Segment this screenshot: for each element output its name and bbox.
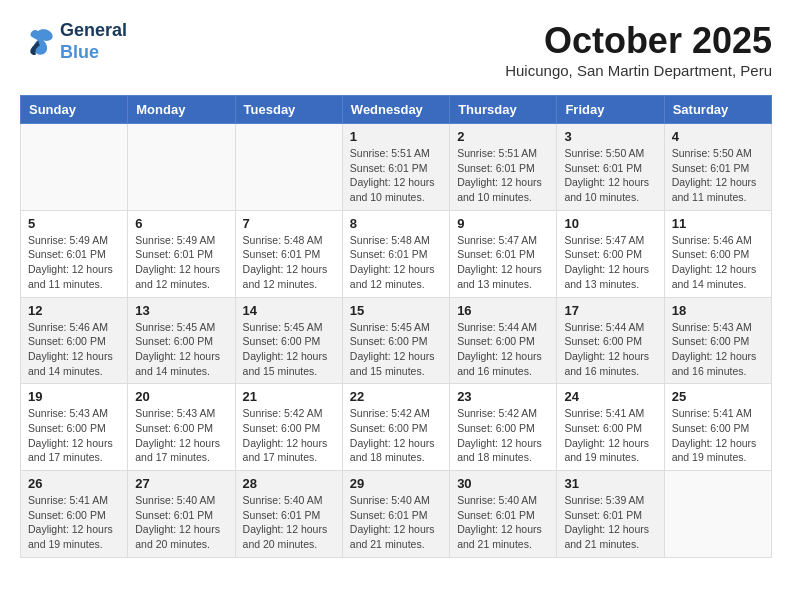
calendar-day-cell: 5Sunrise: 5:49 AM Sunset: 6:01 PM Daylig… (21, 210, 128, 297)
day-number: 27 (135, 476, 227, 491)
calendar-day-cell: 26Sunrise: 5:41 AM Sunset: 6:00 PM Dayli… (21, 471, 128, 558)
day-number: 30 (457, 476, 549, 491)
day-detail: Sunrise: 5:39 AM Sunset: 6:01 PM Dayligh… (564, 493, 656, 552)
calendar-day-cell: 25Sunrise: 5:41 AM Sunset: 6:00 PM Dayli… (664, 384, 771, 471)
calendar-day-cell: 21Sunrise: 5:42 AM Sunset: 6:00 PM Dayli… (235, 384, 342, 471)
day-number: 15 (350, 303, 442, 318)
day-detail: Sunrise: 5:41 AM Sunset: 6:00 PM Dayligh… (28, 493, 120, 552)
day-number: 25 (672, 389, 764, 404)
day-number: 19 (28, 389, 120, 404)
day-header-friday: Friday (557, 96, 664, 124)
calendar-day-cell: 9Sunrise: 5:47 AM Sunset: 6:01 PM Daylig… (450, 210, 557, 297)
logo-icon (20, 24, 56, 60)
day-detail: Sunrise: 5:50 AM Sunset: 6:01 PM Dayligh… (564, 146, 656, 205)
calendar-day-cell: 8Sunrise: 5:48 AM Sunset: 6:01 PM Daylig… (342, 210, 449, 297)
day-detail: Sunrise: 5:45 AM Sunset: 6:00 PM Dayligh… (350, 320, 442, 379)
day-detail: Sunrise: 5:41 AM Sunset: 6:00 PM Dayligh… (564, 406, 656, 465)
calendar-day-cell: 19Sunrise: 5:43 AM Sunset: 6:00 PM Dayli… (21, 384, 128, 471)
calendar-day-cell: 20Sunrise: 5:43 AM Sunset: 6:00 PM Dayli… (128, 384, 235, 471)
day-header-wednesday: Wednesday (342, 96, 449, 124)
day-number: 29 (350, 476, 442, 491)
day-header-sunday: Sunday (21, 96, 128, 124)
day-detail: Sunrise: 5:46 AM Sunset: 6:00 PM Dayligh… (672, 233, 764, 292)
day-number: 26 (28, 476, 120, 491)
calendar-week-row: 12Sunrise: 5:46 AM Sunset: 6:00 PM Dayli… (21, 297, 772, 384)
calendar-day-cell (128, 124, 235, 211)
calendar-day-cell: 27Sunrise: 5:40 AM Sunset: 6:01 PM Dayli… (128, 471, 235, 558)
day-header-tuesday: Tuesday (235, 96, 342, 124)
calendar-day-cell: 30Sunrise: 5:40 AM Sunset: 6:01 PM Dayli… (450, 471, 557, 558)
day-number: 23 (457, 389, 549, 404)
day-number: 5 (28, 216, 120, 231)
calendar-week-row: 5Sunrise: 5:49 AM Sunset: 6:01 PM Daylig… (21, 210, 772, 297)
day-detail: Sunrise: 5:42 AM Sunset: 6:00 PM Dayligh… (350, 406, 442, 465)
day-number: 2 (457, 129, 549, 144)
title-block: October 2025 Huicungo, San Martin Depart… (505, 20, 772, 79)
calendar-day-cell: 11Sunrise: 5:46 AM Sunset: 6:00 PM Dayli… (664, 210, 771, 297)
day-number: 4 (672, 129, 764, 144)
calendar-week-row: 1Sunrise: 5:51 AM Sunset: 6:01 PM Daylig… (21, 124, 772, 211)
day-detail: Sunrise: 5:50 AM Sunset: 6:01 PM Dayligh… (672, 146, 764, 205)
calendar-day-cell: 16Sunrise: 5:44 AM Sunset: 6:00 PM Dayli… (450, 297, 557, 384)
month-title: October 2025 (505, 20, 772, 62)
day-header-monday: Monday (128, 96, 235, 124)
calendar-day-cell (235, 124, 342, 211)
calendar-day-cell: 4Sunrise: 5:50 AM Sunset: 6:01 PM Daylig… (664, 124, 771, 211)
day-detail: Sunrise: 5:44 AM Sunset: 6:00 PM Dayligh… (457, 320, 549, 379)
day-detail: Sunrise: 5:48 AM Sunset: 6:01 PM Dayligh… (350, 233, 442, 292)
day-detail: Sunrise: 5:48 AM Sunset: 6:01 PM Dayligh… (243, 233, 335, 292)
day-detail: Sunrise: 5:42 AM Sunset: 6:00 PM Dayligh… (243, 406, 335, 465)
calendar-day-cell: 7Sunrise: 5:48 AM Sunset: 6:01 PM Daylig… (235, 210, 342, 297)
calendar-day-cell: 1Sunrise: 5:51 AM Sunset: 6:01 PM Daylig… (342, 124, 449, 211)
calendar-day-cell: 17Sunrise: 5:44 AM Sunset: 6:00 PM Dayli… (557, 297, 664, 384)
day-detail: Sunrise: 5:47 AM Sunset: 6:01 PM Dayligh… (457, 233, 549, 292)
calendar-day-cell: 14Sunrise: 5:45 AM Sunset: 6:00 PM Dayli… (235, 297, 342, 384)
day-detail: Sunrise: 5:46 AM Sunset: 6:00 PM Dayligh… (28, 320, 120, 379)
calendar-day-cell (664, 471, 771, 558)
day-detail: Sunrise: 5:51 AM Sunset: 6:01 PM Dayligh… (350, 146, 442, 205)
day-detail: Sunrise: 5:43 AM Sunset: 6:00 PM Dayligh… (28, 406, 120, 465)
day-number: 16 (457, 303, 549, 318)
logo: General Blue (20, 20, 127, 63)
day-detail: Sunrise: 5:40 AM Sunset: 6:01 PM Dayligh… (457, 493, 549, 552)
calendar-header-row: SundayMondayTuesdayWednesdayThursdayFrid… (21, 96, 772, 124)
calendar-day-cell: 2Sunrise: 5:51 AM Sunset: 6:01 PM Daylig… (450, 124, 557, 211)
page-header: General Blue October 2025 Huicungo, San … (20, 20, 772, 79)
day-number: 7 (243, 216, 335, 231)
day-detail: Sunrise: 5:43 AM Sunset: 6:00 PM Dayligh… (672, 320, 764, 379)
day-number: 9 (457, 216, 549, 231)
day-detail: Sunrise: 5:49 AM Sunset: 6:01 PM Dayligh… (28, 233, 120, 292)
day-number: 17 (564, 303, 656, 318)
day-number: 28 (243, 476, 335, 491)
day-number: 24 (564, 389, 656, 404)
day-detail: Sunrise: 5:42 AM Sunset: 6:00 PM Dayligh… (457, 406, 549, 465)
calendar-day-cell (21, 124, 128, 211)
day-number: 11 (672, 216, 764, 231)
day-detail: Sunrise: 5:40 AM Sunset: 6:01 PM Dayligh… (135, 493, 227, 552)
day-number: 12 (28, 303, 120, 318)
calendar-day-cell: 29Sunrise: 5:40 AM Sunset: 6:01 PM Dayli… (342, 471, 449, 558)
day-detail: Sunrise: 5:45 AM Sunset: 6:00 PM Dayligh… (243, 320, 335, 379)
calendar-day-cell: 15Sunrise: 5:45 AM Sunset: 6:00 PM Dayli… (342, 297, 449, 384)
day-number: 6 (135, 216, 227, 231)
day-detail: Sunrise: 5:51 AM Sunset: 6:01 PM Dayligh… (457, 146, 549, 205)
calendar-day-cell: 10Sunrise: 5:47 AM Sunset: 6:00 PM Dayli… (557, 210, 664, 297)
calendar-day-cell: 18Sunrise: 5:43 AM Sunset: 6:00 PM Dayli… (664, 297, 771, 384)
day-detail: Sunrise: 5:45 AM Sunset: 6:00 PM Dayligh… (135, 320, 227, 379)
calendar-week-row: 19Sunrise: 5:43 AM Sunset: 6:00 PM Dayli… (21, 384, 772, 471)
day-header-saturday: Saturday (664, 96, 771, 124)
day-number: 14 (243, 303, 335, 318)
day-number: 22 (350, 389, 442, 404)
day-detail: Sunrise: 5:40 AM Sunset: 6:01 PM Dayligh… (243, 493, 335, 552)
day-detail: Sunrise: 5:49 AM Sunset: 6:01 PM Dayligh… (135, 233, 227, 292)
day-detail: Sunrise: 5:43 AM Sunset: 6:00 PM Dayligh… (135, 406, 227, 465)
calendar-day-cell: 28Sunrise: 5:40 AM Sunset: 6:01 PM Dayli… (235, 471, 342, 558)
day-number: 20 (135, 389, 227, 404)
calendar-day-cell: 22Sunrise: 5:42 AM Sunset: 6:00 PM Dayli… (342, 384, 449, 471)
day-number: 10 (564, 216, 656, 231)
day-number: 18 (672, 303, 764, 318)
day-number: 13 (135, 303, 227, 318)
day-number: 3 (564, 129, 656, 144)
day-number: 1 (350, 129, 442, 144)
location-title: Huicungo, San Martin Department, Peru (505, 62, 772, 79)
